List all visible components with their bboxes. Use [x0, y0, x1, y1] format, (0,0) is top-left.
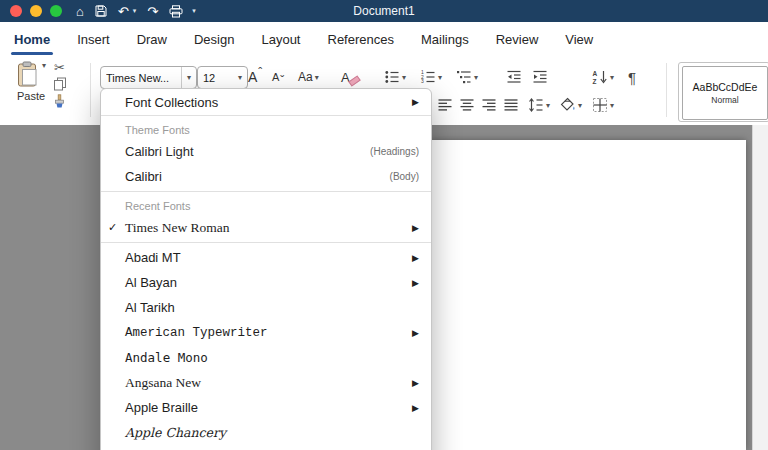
- close-button[interactable]: [10, 5, 22, 17]
- style-preview-text: AaBbCcDdEe: [693, 81, 758, 93]
- style-normal-card[interactable]: AaBbCcDdEe Normal: [682, 66, 768, 120]
- submenu-arrow-icon: ▶: [412, 328, 419, 338]
- borders-button[interactable]: ▾: [592, 94, 614, 116]
- menu-item-calibri-light[interactable]: Calibri Light (Headings): [101, 139, 431, 164]
- sort-button[interactable]: AZ ▾: [592, 66, 614, 88]
- show-paragraph-marks-button[interactable]: ¶: [628, 66, 636, 88]
- align-left-button[interactable]: [437, 94, 453, 116]
- menu-item-al-tarikh[interactable]: Al Tarikh: [101, 295, 431, 320]
- numbering-button[interactable]: 123 ▾: [420, 66, 442, 88]
- tab-insert[interactable]: Insert: [77, 22, 110, 57]
- submenu-arrow-icon: ▶: [412, 278, 419, 288]
- menu-item-american-typewriter[interactable]: American Typewriter ▶: [101, 320, 431, 345]
- undo-icon[interactable]: ↶: [118, 5, 129, 18]
- align-right-button[interactable]: [481, 94, 497, 116]
- justify-icon: [503, 97, 519, 113]
- menu-item-font-collections[interactable]: Font Collections ▶: [101, 91, 431, 113]
- minimize-button[interactable]: [30, 5, 42, 17]
- shrink-font-button[interactable]: A ˇ: [272, 66, 284, 88]
- menu-item-abadi-mt[interactable]: Abadi MT ▶: [101, 245, 431, 270]
- align-center-icon: [459, 97, 475, 113]
- bullets-button[interactable]: ▾: [384, 66, 406, 88]
- titlebar: Document1 ⌂ ↶ ▾ ↷ ▾: [0, 0, 768, 22]
- ribbon-tabs: Home Insert Draw Design Layout Reference…: [0, 22, 768, 57]
- format-painter-icon[interactable]: [52, 94, 67, 109]
- numbered-list-icon: 123: [420, 69, 436, 85]
- copy-icon[interactable]: [53, 77, 67, 91]
- quick-access-toolbar: ⌂ ↶ ▾ ↷ ▾: [76, 0, 196, 22]
- clipboard-group: ✂: [52, 61, 67, 109]
- submenu-arrow-icon: ▶: [412, 403, 419, 413]
- tab-view[interactable]: View: [565, 22, 593, 57]
- decrease-indent-icon: [506, 69, 522, 85]
- decrease-indent-button[interactable]: [506, 66, 522, 88]
- tab-references[interactable]: References: [328, 22, 394, 57]
- style-name-label: Normal: [711, 95, 738, 105]
- save-icon[interactable]: [95, 5, 107, 17]
- menu-separator: [101, 115, 431, 116]
- borders-icon: [592, 97, 608, 113]
- pilcrow-icon: ¶: [628, 69, 636, 86]
- shading-button[interactable]: ▾: [560, 94, 582, 116]
- redo-icon[interactable]: ↷: [147, 5, 158, 18]
- toolbar-options-icon[interactable]: ▾: [192, 7, 196, 15]
- paste-button[interactable]: ▾ Paste: [8, 61, 54, 102]
- clear-formatting-button[interactable]: A: [341, 66, 360, 88]
- zoom-button[interactable]: [50, 5, 62, 17]
- group-divider: [666, 63, 667, 117]
- paste-label: Paste: [8, 90, 54, 102]
- font-size-combobox[interactable]: 12 ▾: [197, 66, 248, 89]
- word-window: Document1 ⌂ ↶ ▾ ↷ ▾ Home Insert Draw Des…: [0, 0, 768, 450]
- justify-button[interactable]: [503, 94, 519, 116]
- menu-item-calibri[interactable]: Calibri (Body): [101, 164, 431, 189]
- line-spacing-button[interactable]: ▾: [528, 94, 550, 116]
- menu-section-header: Theme Fonts: [101, 118, 431, 139]
- menu-separator: [101, 242, 431, 243]
- svg-text:A: A: [593, 70, 598, 77]
- clipboard-icon: [16, 61, 40, 88]
- group-divider: [90, 63, 91, 117]
- multilevel-list-icon: [456, 69, 472, 85]
- font-dropdown-menu: Font Collections ▶ Theme Fonts Calibri L…: [100, 88, 432, 450]
- vertical-scrollbar[interactable]: [752, 125, 768, 450]
- change-case-button[interactable]: Aa ▾: [298, 66, 319, 88]
- submenu-arrow-icon: ▶: [412, 223, 419, 233]
- svg-text:Z: Z: [593, 78, 597, 85]
- tab-mailings[interactable]: Mailings: [421, 22, 469, 57]
- font-name-combobox[interactable]: Times New... ▾: [100, 66, 197, 89]
- menu-item-apple-chancery[interactable]: Apple Chancery: [101, 420, 431, 445]
- tab-draw[interactable]: Draw: [137, 22, 167, 57]
- menu-item-apple-color-emoji[interactable]: Apple Color Emoji: [101, 445, 431, 450]
- multilevel-list-button[interactable]: ▾: [456, 66, 478, 88]
- submenu-arrow-icon: ▶: [412, 97, 419, 107]
- align-right-icon: [481, 97, 497, 113]
- align-center-button[interactable]: [459, 94, 475, 116]
- line-spacing-icon: [528, 97, 544, 113]
- increase-indent-button[interactable]: [532, 66, 548, 88]
- tab-design[interactable]: Design: [194, 22, 234, 57]
- align-left-icon: [437, 97, 453, 113]
- bullet-list-icon: [384, 69, 400, 85]
- home-icon[interactable]: ⌂: [76, 5, 84, 18]
- font-name-value: Times New...: [106, 72, 178, 84]
- print-icon[interactable]: [169, 5, 183, 18]
- tab-home[interactable]: Home: [14, 22, 50, 57]
- paint-bucket-icon: [560, 97, 576, 113]
- traffic-lights: [10, 5, 62, 17]
- menu-item-times-new-roman[interactable]: ✓ Times New Roman ▶: [101, 215, 431, 240]
- submenu-arrow-icon: ▶: [412, 253, 419, 263]
- cut-icon[interactable]: ✂: [54, 61, 65, 74]
- tab-review[interactable]: Review: [496, 22, 539, 57]
- document-page[interactable]: [430, 140, 746, 450]
- checkmark-icon: ✓: [108, 221, 117, 234]
- grow-font-button[interactable]: A ˆ: [248, 66, 262, 88]
- font-size-dropdown-arrow-icon: ▾: [233, 73, 247, 82]
- undo-dropdown-arrow-icon[interactable]: ▾: [133, 7, 137, 15]
- tab-layout[interactable]: Layout: [261, 22, 300, 57]
- paste-dropdown-arrow-icon[interactable]: ▾: [42, 61, 46, 70]
- menu-item-al-bayan[interactable]: Al Bayan ▶: [101, 270, 431, 295]
- menu-item-andale-mono[interactable]: Andale Mono: [101, 345, 431, 370]
- menu-item-angsana-new[interactable]: Angsana New ▶: [101, 370, 431, 395]
- font-name-dropdown-arrow-icon: ▾: [182, 73, 196, 82]
- menu-item-apple-braille[interactable]: Apple Braille ▶: [101, 395, 431, 420]
